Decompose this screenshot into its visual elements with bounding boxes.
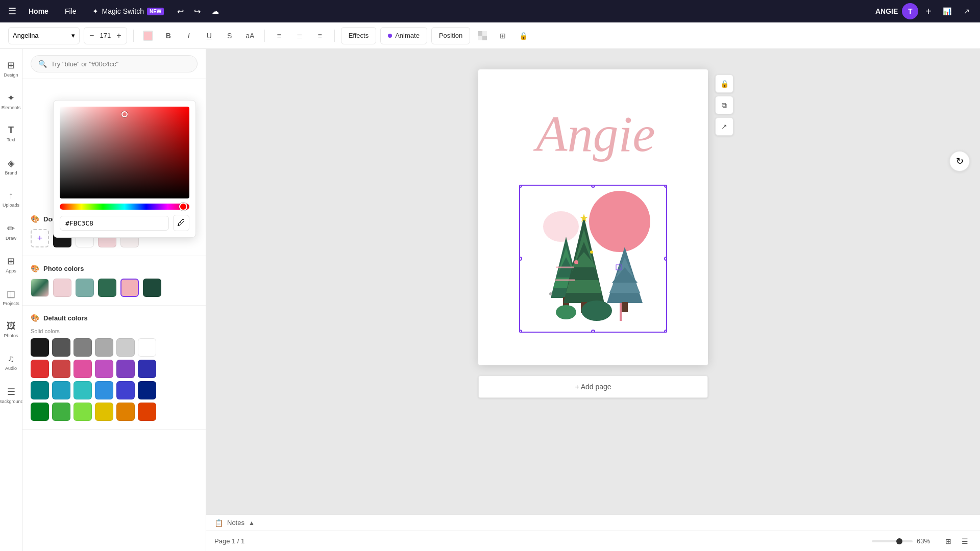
italic-button[interactable]: I bbox=[181, 28, 197, 44]
default-color-dark-gray[interactable] bbox=[52, 338, 70, 357]
default-color-light-teal[interactable] bbox=[52, 381, 70, 399]
decrease-font-size-button[interactable]: − bbox=[87, 30, 96, 41]
add-color-swatch-button[interactable]: + bbox=[31, 229, 49, 247]
photo-color-3[interactable] bbox=[98, 279, 116, 297]
redo-button[interactable]: ↪ bbox=[191, 5, 204, 18]
home-nav-item[interactable]: Home bbox=[22, 4, 55, 18]
default-color-purple-pink[interactable] bbox=[95, 360, 113, 378]
default-color-mid-gray[interactable] bbox=[95, 338, 113, 357]
sidebar-item-design[interactable]: ⊞ Design bbox=[1, 53, 21, 84]
default-color-cyan[interactable] bbox=[74, 381, 92, 399]
default-color-sky-blue[interactable] bbox=[95, 381, 113, 399]
canvas-page[interactable]: Angie bbox=[478, 69, 708, 365]
add-page-button[interactable]: + Add page bbox=[478, 375, 708, 398]
lock-button[interactable]: 🔒 bbox=[515, 28, 531, 44]
default-color-red[interactable] bbox=[31, 360, 49, 378]
canvas-image-container[interactable] bbox=[519, 185, 667, 333]
magic-switch-nav-item[interactable]: ✦ Magic Switch NEW bbox=[86, 4, 170, 18]
photo-color-4[interactable] bbox=[120, 279, 139, 297]
share-button[interactable]: ↗ bbox=[960, 5, 974, 17]
user-avatar[interactable]: T bbox=[902, 3, 918, 19]
default-color-navy[interactable] bbox=[138, 381, 156, 399]
svg-rect-0 bbox=[478, 31, 482, 36]
default-color-purple[interactable] bbox=[116, 360, 135, 378]
letter-case-button[interactable]: aA bbox=[242, 28, 258, 44]
text-color-button[interactable] bbox=[140, 28, 156, 44]
align-right-button[interactable]: ≡ bbox=[312, 28, 328, 44]
strikethrough-button[interactable]: S bbox=[222, 28, 238, 44]
notes-label[interactable]: Notes bbox=[227, 519, 244, 527]
list-view-button[interactable]: ☰ bbox=[958, 534, 972, 548]
default-color-yellow[interactable] bbox=[95, 403, 113, 421]
default-color-dark-orange[interactable] bbox=[138, 403, 156, 421]
hue-slider[interactable] bbox=[60, 204, 189, 210]
gradient-cursor[interactable] bbox=[121, 111, 128, 117]
canvas-area[interactable]: 🔒 ⧉ ↗ Angie bbox=[206, 49, 980, 551]
default-color-dark-green[interactable] bbox=[31, 403, 49, 421]
arrange-button[interactable]: ⊞ bbox=[495, 28, 511, 44]
lock-canvas-button[interactable]: 🔒 bbox=[715, 74, 733, 93]
photo-colors-icon: 🎨 bbox=[31, 264, 39, 272]
effects-button[interactable]: Effects bbox=[341, 27, 377, 44]
underline-button[interactable]: U bbox=[201, 28, 217, 44]
projects-icon: ◫ bbox=[7, 288, 15, 299]
default-color-dark-red[interactable] bbox=[52, 360, 70, 378]
sidebar-item-audio[interactable]: ♫ Audio bbox=[1, 347, 21, 378]
create-new-button[interactable]: + bbox=[922, 5, 935, 18]
animate-button[interactable]: Animate bbox=[380, 27, 427, 44]
notes-icon: 📋 bbox=[214, 519, 223, 527]
expand-canvas-button[interactable]: ↗ bbox=[715, 117, 733, 136]
hex-input[interactable] bbox=[60, 216, 169, 231]
eyedropper-button[interactable]: 🖊 bbox=[173, 215, 189, 231]
default-color-teal[interactable] bbox=[31, 381, 49, 399]
svg-point-18 bbox=[574, 260, 578, 264]
sidebar-item-photos[interactable]: 🖼 Photos bbox=[1, 314, 21, 345]
refresh-button[interactable]: ↻ bbox=[949, 151, 970, 171]
default-color-orange[interactable] bbox=[116, 403, 135, 421]
color-gradient-picker[interactable] bbox=[60, 107, 189, 198]
default-color-black[interactable] bbox=[31, 338, 49, 357]
search-input[interactable] bbox=[51, 60, 190, 68]
photo-color-5[interactable] bbox=[143, 279, 161, 297]
default-color-light-green[interactable] bbox=[74, 403, 92, 421]
bold-button[interactable]: B bbox=[160, 28, 177, 44]
duplicate-canvas-button[interactable]: ⧉ bbox=[715, 96, 733, 114]
default-color-blue[interactable] bbox=[116, 381, 135, 399]
zoom-slider[interactable] bbox=[872, 540, 913, 542]
align-center-button[interactable]: ≣ bbox=[291, 28, 308, 44]
sidebar-item-draw[interactable]: ✏ Draw bbox=[1, 216, 21, 247]
canvas-title[interactable]: Angie bbox=[494, 85, 693, 174]
photo-color-2[interactable] bbox=[76, 279, 94, 297]
undo-button[interactable]: ↩ bbox=[174, 5, 187, 18]
default-color-medium-green[interactable] bbox=[52, 403, 70, 421]
sidebar-item-background[interactable]: ☰ Background bbox=[1, 380, 21, 410]
save-to-cloud-button[interactable]: ☁ bbox=[208, 5, 223, 17]
default-color-white[interactable] bbox=[138, 338, 156, 357]
sidebar-item-projects[interactable]: ◫ Projects bbox=[1, 282, 21, 312]
position-button[interactable]: Position bbox=[431, 27, 470, 44]
svg-point-30 bbox=[549, 292, 552, 295]
photo-color-1[interactable] bbox=[53, 279, 71, 297]
default-color-hot-pink[interactable] bbox=[74, 360, 92, 378]
default-color-light-gray[interactable] bbox=[116, 338, 135, 357]
sidebar-item-apps[interactable]: ⊞ Apps bbox=[1, 249, 21, 280]
default-color-dark-blue[interactable] bbox=[138, 360, 156, 378]
refresh-panel: ↻ bbox=[949, 151, 970, 171]
svg-point-7 bbox=[589, 191, 650, 252]
sidebar-item-uploads[interactable]: ↑ Uploads bbox=[1, 184, 21, 214]
sidebar-item-text[interactable]: T Text bbox=[1, 118, 21, 149]
zoom-thumb[interactable] bbox=[896, 538, 902, 544]
grid-view-button[interactable]: ⊞ bbox=[941, 534, 955, 548]
transparency-button[interactable] bbox=[474, 28, 491, 44]
sidebar-item-elements[interactable]: ✦ Elements bbox=[1, 86, 21, 116]
font-family-select[interactable]: Angelina ▾ bbox=[8, 27, 80, 44]
sidebar-item-brand[interactable]: ◈ Brand bbox=[1, 151, 21, 182]
hue-thumb[interactable] bbox=[179, 203, 187, 211]
align-left-button[interactable]: ≡ bbox=[271, 28, 287, 44]
file-nav-item[interactable]: File bbox=[59, 4, 83, 18]
increase-font-size-button[interactable]: + bbox=[114, 30, 123, 41]
hamburger-menu[interactable]: ☰ bbox=[6, 4, 18, 19]
default-color-gray[interactable] bbox=[74, 338, 92, 357]
analytics-icon[interactable]: 📊 bbox=[939, 5, 955, 17]
document-colors-icon: 🎨 bbox=[31, 215, 39, 223]
